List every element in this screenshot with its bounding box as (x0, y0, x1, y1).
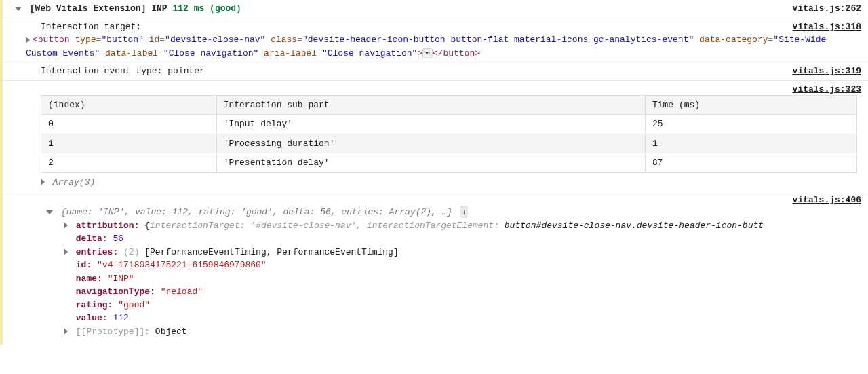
html-tag-open: <button (33, 35, 70, 45)
interaction-table: (index) Interaction sub-part Time (ms) 0… (41, 95, 857, 173)
attr-name: data-label (105, 48, 158, 58)
attr-value: "Close navigation" (163, 48, 258, 58)
chevron-down-icon[interactable] (15, 7, 22, 11)
log-entry-event-type: Interaction event type: pointer vitals.j… (0, 62, 868, 81)
attr-v: '#devsite-close-nav' (250, 221, 356, 231)
log-entry-header[interactable]: [Web Vitals Extension] INP 112 ms (good)… (0, 0, 868, 18)
attr-k: interactionTarget (150, 221, 240, 231)
col-index: (index) (41, 95, 217, 115)
prop-value: 56 (113, 233, 123, 244)
prop-value: "INP" (108, 274, 134, 284)
prop-key[interactable]: attribution: (76, 221, 140, 231)
chevron-right-icon[interactable] (26, 37, 30, 43)
cell: 'Processing duration' (216, 134, 645, 153)
cell: 0 (41, 115, 217, 134)
object-summary[interactable]: {name: 'INP', value: 112, rating: 'good'… (61, 207, 458, 217)
array-footer[interactable]: Array(3) (53, 177, 95, 187)
cell: 2 (41, 153, 217, 173)
source-link[interactable]: vitals.js:319 (793, 64, 861, 78)
source-link[interactable]: vitals.js:323 (793, 83, 861, 96)
prop-key: value: (76, 313, 108, 323)
source-link[interactable]: vitals.js:262 (793, 2, 861, 16)
table-header-row: (index) Interaction sub-part Time (ms) (41, 95, 857, 115)
source-link[interactable]: vitals.js:318 (793, 20, 861, 34)
log-entry-object: vitals.js:406 {name: 'INP', value: 112, … (0, 191, 868, 345)
log-entry-target: Interaction target: vitals.js:318 <butto… (0, 18, 868, 63)
prop-key: delta: (76, 233, 108, 244)
prop-key[interactable]: entries: (76, 247, 118, 257)
col-time: Time (ms) (645, 95, 856, 115)
attr-value: "button" (101, 35, 143, 45)
chevron-right-icon[interactable] (64, 248, 68, 255)
col-subpart: Interaction sub-part (216, 95, 645, 115)
cell: 87 (645, 153, 856, 173)
prop-key: rating: (76, 300, 113, 310)
cell: 1 (645, 134, 856, 153)
chevron-right-icon[interactable] (64, 222, 68, 229)
attr-k: interactionTargetElement (367, 221, 494, 231)
attr-name: type (75, 35, 96, 45)
html-tag-close: </button> (433, 48, 480, 58)
log-prefix: [Web Vitals Extension] (30, 3, 146, 14)
cell: 25 (645, 115, 856, 134)
chevron-right-icon[interactable] (64, 328, 68, 335)
attr-value: "Close navigation" (322, 48, 417, 58)
prop-key: name: (76, 274, 102, 284)
table-row: 0 'Input delay' 25 (41, 115, 857, 134)
prop-value: Object (155, 326, 187, 337)
cell: 'Input delay' (216, 115, 645, 134)
chevron-right-icon[interactable] (41, 179, 45, 185)
log-entry-table: vitals.js:323 (index) Interaction sub-pa… (0, 81, 868, 192)
attr-name: id (149, 35, 160, 45)
attr-value: "devsite-close-nav" (165, 35, 265, 45)
metric-rating: (good) (210, 3, 241, 14)
table-row: 2 'Presentation delay' 87 (41, 153, 857, 173)
prop-value: "good" (118, 300, 150, 310)
attr-name: data-category (699, 35, 768, 45)
entries-count: (2) (123, 247, 139, 257)
attr-name: aria-label (264, 48, 317, 58)
info-icon[interactable]: i (460, 206, 468, 218)
ellipsis-icon[interactable]: ⋯ (422, 48, 433, 58)
attr-v: button#devsite-close-nav.devsite-header-… (505, 221, 764, 231)
metric-value: 112 ms (172, 3, 204, 14)
table-row: 1 'Processing duration' 1 (41, 134, 857, 153)
prop-key[interactable]: [[Prototype]]: (76, 326, 150, 337)
cell: 'Presentation delay' (216, 153, 645, 173)
metric-name: INP (151, 3, 167, 14)
target-label: Interaction target: (5, 20, 863, 34)
prop-value: 112 (113, 313, 128, 323)
prop-key: id: (76, 260, 92, 270)
html-tag-gt: > (417, 48, 422, 58)
attr-name: class (271, 35, 297, 45)
chevron-down-icon[interactable] (46, 210, 53, 214)
prop-value: [PerformanceEventTiming, PerformanceEven… (144, 247, 398, 257)
attr-value: "devsite-header-icon-button button-flat … (302, 35, 694, 45)
event-type-text: Interaction event type: pointer (5, 64, 863, 78)
prop-value: "reload" (161, 286, 203, 297)
prop-value: "v4-1718034175221-6159846979860" (97, 260, 267, 270)
cell: 1 (41, 134, 217, 153)
source-link[interactable]: vitals.js:406 (793, 193, 861, 207)
prop-key: navigationType: (76, 286, 155, 297)
